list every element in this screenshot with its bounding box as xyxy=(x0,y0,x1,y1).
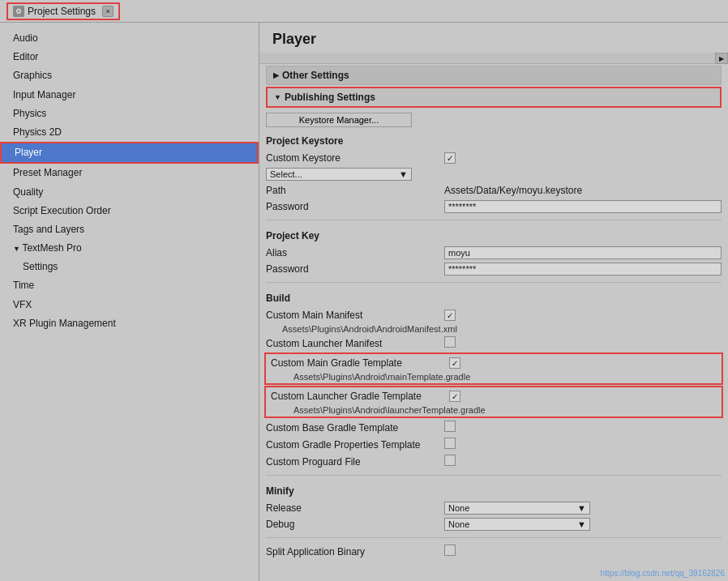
sidebar-item-textmeshpro[interactable]: TextMesh Pro xyxy=(0,239,259,258)
debug-label: Debug xyxy=(266,519,444,530)
custom-main-gradle-checkbox[interactable] xyxy=(449,357,460,369)
custom-launcher-gradle-checkbox[interactable] xyxy=(449,391,460,402)
custom-launcher-gradle-highlighted: Custom Launcher Gradle Template Assets\P… xyxy=(264,386,723,418)
custom-main-manifest-label: Custom Main Manifest xyxy=(266,310,444,321)
custom-launcher-manifest-checkbox[interactable] xyxy=(444,336,456,348)
split-app-row: Split Application Binary xyxy=(259,543,728,560)
custom-proguard-checkbox[interactable] xyxy=(444,455,456,466)
custom-gradle-props-value xyxy=(444,438,722,451)
custom-proguard-label: Custom Proguard File xyxy=(266,456,444,468)
key-password-label: Password xyxy=(266,263,444,275)
debug-value: None ▼ xyxy=(444,518,722,531)
build-title: Build xyxy=(259,288,728,307)
custom-keystore-value xyxy=(444,152,722,164)
sidebar-item-quality[interactable]: Quality xyxy=(0,183,259,202)
sidebar-item-physics[interactable]: Physics xyxy=(0,105,259,123)
close-icon[interactable]: × xyxy=(102,6,113,17)
custom-keystore-label: Custom Keystore xyxy=(266,152,444,164)
split-app-label: Split Application Binary xyxy=(266,546,444,558)
custom-main-gradle-row: Custom Main Gradle Template xyxy=(271,355,717,371)
keystore-password-row: Password ******** xyxy=(259,199,728,215)
custom-launcher-gradle-label: Custom Launcher Gradle Template xyxy=(271,391,449,402)
custom-gradle-props-label: Custom Gradle Properties Template xyxy=(266,439,444,451)
custom-proguard-value xyxy=(444,455,722,468)
custom-launcher-manifest-label: Custom Launcher Manifest xyxy=(266,338,444,349)
project-key-title: Project Key xyxy=(259,225,728,245)
custom-launcher-gradle-row: Custom Launcher Gradle Template xyxy=(271,388,717,404)
minify-title: Minify xyxy=(259,481,728,500)
sidebar-item-tagsandlayers[interactable]: Tags and Layers xyxy=(0,220,259,239)
custom-launcher-manifest-row: Custom Launcher Manifest xyxy=(259,335,728,352)
custom-base-gradle-value xyxy=(444,421,722,434)
custom-main-gradle-path: Assets\Plugins\Android\mainTemplate.grad… xyxy=(271,371,717,382)
custom-gradle-props-checkbox[interactable] xyxy=(444,438,456,449)
custom-main-manifest-checkbox[interactable] xyxy=(444,310,456,321)
keystore-manager-button[interactable]: Keystore Manager... xyxy=(266,113,412,127)
path-value: Assets/Data/Key/moyu.keystore xyxy=(444,185,722,196)
release-label: Release xyxy=(266,502,444,514)
sidebar-item-graphics[interactable]: Graphics xyxy=(0,66,259,85)
keystore-password-value: ******** xyxy=(444,200,722,213)
sidebar-item-xrplugin[interactable]: XR Plugin Management xyxy=(0,314,259,333)
debug-row: Debug None ▼ xyxy=(259,516,728,532)
custom-gradle-props-row: Custom Gradle Properties Template xyxy=(259,436,728,453)
dropdown-chevron: ▼ xyxy=(399,169,408,179)
sidebar-item-editor[interactable]: Editor xyxy=(0,48,259,66)
publishing-settings-header[interactable]: ▼ Publishing Settings xyxy=(266,87,722,108)
main-container: Audio Editor Graphics Input Manager Phys… xyxy=(0,23,728,581)
select-row: Select... ▼ xyxy=(259,166,728,182)
window-title: Project Settings xyxy=(28,6,96,17)
sidebar-item-audio[interactable]: Audio xyxy=(0,29,259,48)
divider-1 xyxy=(266,220,722,220)
custom-base-gradle-label: Custom Base Gradle Template xyxy=(266,422,444,434)
sidebar-item-inputmanager[interactable]: Input Manager xyxy=(0,86,259,105)
release-row: Release None ▼ xyxy=(259,500,728,516)
title-bar: ⚙ Project Settings × xyxy=(0,0,728,23)
debug-dropdown[interactable]: None ▼ xyxy=(444,518,590,531)
key-password-input[interactable]: ******** xyxy=(444,263,722,276)
sidebar-item-player[interactable]: Player xyxy=(0,142,259,164)
custom-main-manifest-row: Custom Main Manifest xyxy=(259,307,728,323)
sidebar-item-vfx[interactable]: VFX xyxy=(0,296,259,314)
split-app-checkbox[interactable] xyxy=(444,545,456,556)
custom-keystore-checkbox[interactable] xyxy=(444,152,456,164)
release-dropdown-chevron: ▼ xyxy=(577,503,586,513)
custom-base-gradle-row: Custom Base Gradle Template xyxy=(259,419,728,436)
keystore-password-label: Password xyxy=(266,201,444,212)
select-dropdown[interactable]: Select... ▼ xyxy=(266,168,412,181)
alias-label: Alias xyxy=(266,247,444,258)
divider-4 xyxy=(266,537,722,538)
alias-row: Alias moyu xyxy=(259,245,728,261)
select-dropdown-value: Select... ▼ xyxy=(266,168,722,181)
sidebar: Audio Editor Graphics Input Manager Phys… xyxy=(0,23,259,581)
release-dropdown[interactable]: None ▼ xyxy=(444,502,590,515)
sidebar-item-time[interactable]: Time xyxy=(0,276,259,295)
watermark: https://blog.csdn.net/qq_39162826 xyxy=(601,569,725,578)
keystore-manager-row: Keystore Manager... xyxy=(259,109,728,130)
sidebar-item-physics2d[interactable]: Physics 2D xyxy=(0,123,259,142)
custom-main-manifest-value xyxy=(444,310,722,322)
sidebar-item-presetmanager[interactable]: Preset Manager xyxy=(0,164,259,182)
custom-main-manifest-path: Assets\Plugins\Android\AndroidManifest.x… xyxy=(259,323,728,335)
sidebar-item-scriptexecorder[interactable]: Script Execution Order xyxy=(0,202,259,220)
debug-dropdown-text: None xyxy=(448,519,469,529)
page-title: Player xyxy=(259,23,728,53)
content-area: Player ▶ ▶ Other Settings ▼ Publishing S… xyxy=(259,23,728,581)
debug-dropdown-chevron: ▼ xyxy=(577,519,586,529)
alias-input[interactable]: moyu xyxy=(444,246,722,259)
path-row: Path Assets/Data/Key/moyu.keystore xyxy=(259,182,728,199)
settings-icon: ⚙ xyxy=(13,6,24,17)
custom-keystore-row: Custom Keystore xyxy=(259,150,728,166)
custom-launcher-gradle-value xyxy=(449,391,717,403)
sidebar-item-textmeshpro-settings[interactable]: Settings xyxy=(0,258,259,276)
other-settings-header[interactable]: ▶ Other Settings xyxy=(266,66,722,85)
project-keystore-title: Project Keystore xyxy=(259,130,728,150)
publishing-settings-label: Publishing Settings xyxy=(285,92,375,103)
custom-main-gradle-highlighted: Custom Main Gradle Template Assets\Plugi… xyxy=(264,352,723,385)
custom-base-gradle-checkbox[interactable] xyxy=(444,421,456,432)
divider-2 xyxy=(266,282,722,283)
keystore-password-input[interactable]: ******** xyxy=(444,200,722,213)
split-app-value xyxy=(444,545,722,558)
other-settings-label: Other Settings xyxy=(282,70,349,81)
divider-3 xyxy=(266,475,722,476)
